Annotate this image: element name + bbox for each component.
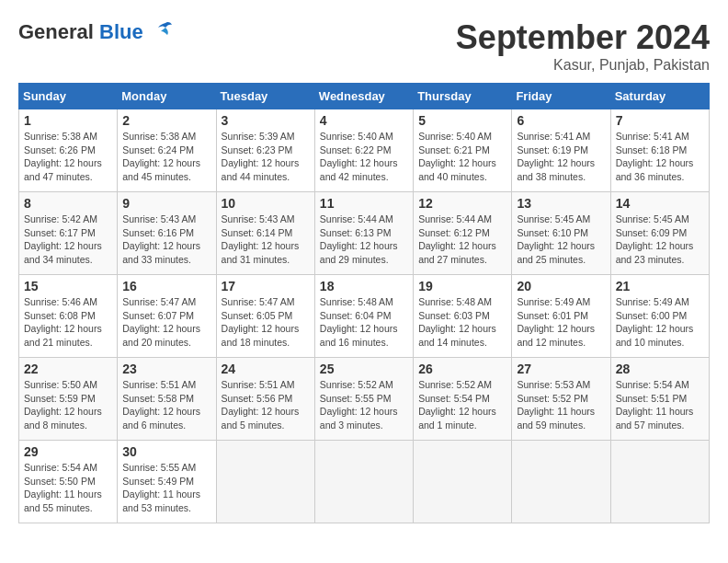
calendar-week-1: 1Sunrise: 5:38 AM Sunset: 6:26 PM Daylig… (19, 109, 710, 192)
day-info: Sunrise: 5:48 AM Sunset: 6:03 PM Dayligh… (418, 295, 506, 350)
day-info: Sunrise: 5:51 AM Sunset: 5:58 PM Dayligh… (122, 378, 210, 432)
calendar-week-2: 8Sunrise: 5:42 AM Sunset: 6:17 PM Daylig… (19, 192, 710, 275)
day-number: 2 (122, 113, 210, 128)
day-number: 29 (24, 444, 112, 459)
title-area: September 2024 Kasur, Punjab, Pakistan (456, 18, 710, 74)
day-number: 19 (418, 279, 506, 293)
day-info: Sunrise: 5:54 AM Sunset: 5:51 PM Dayligh… (616, 378, 704, 432)
day-number: 4 (320, 113, 408, 128)
calendar-cell: 3Sunrise: 5:39 AM Sunset: 6:23 PM Daylig… (216, 109, 314, 192)
day-number: 13 (517, 196, 605, 211)
logo-bird-icon (147, 18, 175, 46)
calendar-cell: 23Sunrise: 5:51 AM Sunset: 5:58 PM Dayli… (118, 358, 216, 441)
day-info: Sunrise: 5:52 AM Sunset: 5:55 PM Dayligh… (320, 378, 408, 432)
day-number: 11 (320, 196, 408, 211)
calendar-week-4: 22Sunrise: 5:50 AM Sunset: 5:59 PM Dayli… (19, 358, 710, 441)
calendar-header-row: SundayMondayTuesdayWednesdayThursdayFrid… (19, 84, 710, 109)
day-info: Sunrise: 5:48 AM Sunset: 6:04 PM Dayligh… (320, 295, 408, 350)
day-number: 8 (24, 196, 112, 211)
day-number: 18 (320, 279, 408, 293)
calendar-cell: 24Sunrise: 5:51 AM Sunset: 5:56 PM Dayli… (216, 358, 314, 441)
day-number: 9 (122, 196, 210, 211)
day-number: 15 (24, 279, 112, 293)
calendar-cell: 18Sunrise: 5:48 AM Sunset: 6:04 PM Dayli… (314, 275, 413, 358)
calendar-cell: 6Sunrise: 5:41 AM Sunset: 6:19 PM Daylig… (512, 109, 610, 192)
calendar-cell (414, 441, 512, 523)
day-number: 6 (517, 113, 605, 128)
day-info: Sunrise: 5:45 AM Sunset: 6:09 PM Dayligh… (616, 213, 704, 267)
day-number: 27 (517, 362, 605, 376)
calendar-cell: 9Sunrise: 5:43 AM Sunset: 6:16 PM Daylig… (118, 192, 216, 275)
day-info: Sunrise: 5:52 AM Sunset: 5:54 PM Dayligh… (418, 378, 506, 432)
day-info: Sunrise: 5:47 AM Sunset: 6:07 PM Dayligh… (122, 295, 210, 350)
logo: General Blue (18, 18, 175, 46)
day-number: 1 (24, 113, 112, 128)
day-info: Sunrise: 5:49 AM Sunset: 6:00 PM Dayligh… (616, 295, 704, 350)
day-info: Sunrise: 5:54 AM Sunset: 5:50 PM Dayligh… (24, 461, 112, 515)
calendar-cell: 8Sunrise: 5:42 AM Sunset: 6:17 PM Daylig… (19, 192, 118, 275)
calendar-cell: 28Sunrise: 5:54 AM Sunset: 5:51 PM Dayli… (610, 358, 709, 441)
day-number: 14 (616, 196, 704, 211)
day-number: 10 (222, 196, 310, 211)
month-title: September 2024 (456, 18, 710, 57)
day-info: Sunrise: 5:40 AM Sunset: 6:21 PM Dayligh… (418, 130, 506, 184)
calendar-cell (216, 441, 314, 523)
day-info: Sunrise: 5:38 AM Sunset: 6:26 PM Dayligh… (24, 130, 112, 184)
day-number: 3 (222, 113, 310, 128)
column-header-sunday: Sunday (19, 84, 118, 109)
day-info: Sunrise: 5:38 AM Sunset: 6:24 PM Dayligh… (122, 130, 210, 184)
calendar-cell: 11Sunrise: 5:44 AM Sunset: 6:13 PM Dayli… (314, 192, 413, 275)
day-number: 20 (517, 279, 605, 293)
day-number: 22 (24, 362, 112, 376)
calendar-cell (314, 441, 413, 523)
day-info: Sunrise: 5:45 AM Sunset: 6:10 PM Dayligh… (517, 213, 605, 267)
day-info: Sunrise: 5:47 AM Sunset: 6:05 PM Dayligh… (222, 295, 310, 350)
calendar-cell: 19Sunrise: 5:48 AM Sunset: 6:03 PM Dayli… (414, 275, 512, 358)
calendar-cell: 10Sunrise: 5:43 AM Sunset: 6:14 PM Dayli… (216, 192, 314, 275)
calendar-cell: 26Sunrise: 5:52 AM Sunset: 5:54 PM Dayli… (414, 358, 512, 441)
day-info: Sunrise: 5:40 AM Sunset: 6:22 PM Dayligh… (320, 130, 408, 184)
day-info: Sunrise: 5:49 AM Sunset: 6:01 PM Dayligh… (517, 295, 605, 350)
calendar-cell: 7Sunrise: 5:41 AM Sunset: 6:18 PM Daylig… (610, 109, 709, 192)
page-header: General Blue September 2024 Kasur, Punja… (18, 18, 710, 74)
calendar-cell: 2Sunrise: 5:38 AM Sunset: 6:24 PM Daylig… (118, 109, 216, 192)
day-number: 23 (122, 362, 210, 376)
calendar-cell: 27Sunrise: 5:53 AM Sunset: 5:52 PM Dayli… (512, 358, 610, 441)
column-header-thursday: Thursday (414, 84, 512, 109)
day-info: Sunrise: 5:39 AM Sunset: 6:23 PM Dayligh… (222, 130, 310, 184)
day-info: Sunrise: 5:51 AM Sunset: 5:56 PM Dayligh… (222, 378, 310, 432)
day-info: Sunrise: 5:43 AM Sunset: 6:14 PM Dayligh… (222, 213, 310, 267)
day-number: 24 (222, 362, 310, 376)
day-number: 25 (320, 362, 408, 376)
calendar-cell (610, 441, 709, 523)
day-info: Sunrise: 5:41 AM Sunset: 6:18 PM Dayligh… (616, 130, 704, 184)
day-number: 12 (418, 196, 506, 211)
column-header-monday: Monday (118, 84, 216, 109)
day-info: Sunrise: 5:46 AM Sunset: 6:08 PM Dayligh… (24, 295, 112, 350)
calendar-cell: 5Sunrise: 5:40 AM Sunset: 6:21 PM Daylig… (414, 109, 512, 192)
calendar-cell: 22Sunrise: 5:50 AM Sunset: 5:59 PM Dayli… (19, 358, 118, 441)
day-info: Sunrise: 5:41 AM Sunset: 6:19 PM Dayligh… (517, 130, 605, 184)
day-number: 5 (418, 113, 506, 128)
day-info: Sunrise: 5:44 AM Sunset: 6:13 PM Dayligh… (320, 213, 408, 267)
calendar-cell: 21Sunrise: 5:49 AM Sunset: 6:00 PM Dayli… (610, 275, 709, 358)
day-number: 17 (222, 279, 310, 293)
day-number: 16 (122, 279, 210, 293)
day-info: Sunrise: 5:43 AM Sunset: 6:16 PM Dayligh… (122, 213, 210, 267)
day-number: 26 (418, 362, 506, 376)
calendar-table: SundayMondayTuesdayWednesdayThursdayFrid… (18, 83, 710, 523)
calendar-cell: 25Sunrise: 5:52 AM Sunset: 5:55 PM Dayli… (314, 358, 413, 441)
calendar-cell: 20Sunrise: 5:49 AM Sunset: 6:01 PM Dayli… (512, 275, 610, 358)
calendar-cell: 13Sunrise: 5:45 AM Sunset: 6:10 PM Dayli… (512, 192, 610, 275)
day-info: Sunrise: 5:44 AM Sunset: 6:12 PM Dayligh… (418, 213, 506, 267)
calendar-cell: 16Sunrise: 5:47 AM Sunset: 6:07 PM Dayli… (118, 275, 216, 358)
day-info: Sunrise: 5:42 AM Sunset: 6:17 PM Dayligh… (24, 213, 112, 267)
day-info: Sunrise: 5:55 AM Sunset: 5:49 PM Dayligh… (122, 461, 210, 515)
column-header-saturday: Saturday (610, 84, 709, 109)
day-number: 21 (616, 279, 704, 293)
calendar-cell (512, 441, 610, 523)
column-header-wednesday: Wednesday (314, 84, 413, 109)
calendar-cell: 29Sunrise: 5:54 AM Sunset: 5:50 PM Dayli… (19, 441, 118, 523)
location: Kasur, Punjab, Pakistan (456, 57, 710, 74)
calendar-cell: 30Sunrise: 5:55 AM Sunset: 5:49 PM Dayli… (118, 441, 216, 523)
